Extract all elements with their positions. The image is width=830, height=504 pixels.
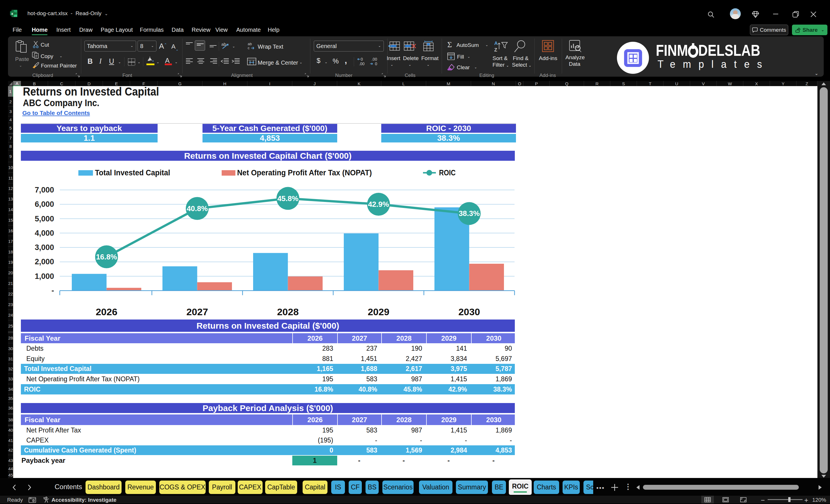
svg-text:5,000: 5,000 xyxy=(35,215,54,223)
svg-text:Z: Z xyxy=(494,47,497,53)
svg-text:Net Operating Profit After Tax: Net Operating Profit After Tax (NOPAT) xyxy=(237,168,372,177)
svg-text:A: A xyxy=(494,41,498,46)
svg-text:38.3%: 38.3% xyxy=(459,209,480,218)
svg-text:.00: .00 xyxy=(359,62,365,66)
svg-text:6,000: 6,000 xyxy=(35,200,54,209)
svg-text:0: 0 xyxy=(361,57,363,62)
svg-text:2026: 2026 xyxy=(96,306,118,317)
svg-text:1,000: 1,000 xyxy=(35,272,54,281)
svg-text:42.9%: 42.9% xyxy=(368,200,389,209)
svg-text:.00: .00 xyxy=(372,57,377,62)
svg-text:4,000: 4,000 xyxy=(35,229,54,238)
svg-text:ab: ab xyxy=(248,42,252,46)
svg-text:2027: 2027 xyxy=(187,306,208,317)
svg-text:3,000: 3,000 xyxy=(35,243,54,252)
svg-text:2029: 2029 xyxy=(368,306,389,317)
svg-text:x: x xyxy=(11,12,13,16)
svg-text:Total Invested Capital: Total Invested Capital xyxy=(95,168,170,177)
svg-text:16.8%: 16.8% xyxy=(96,253,117,261)
svg-text:45.8%: 45.8% xyxy=(278,194,298,203)
svg-text:2,000: 2,000 xyxy=(35,257,54,266)
svg-text:-: - xyxy=(52,286,54,295)
svg-text:c: c xyxy=(248,46,250,50)
svg-text:7,000: 7,000 xyxy=(35,186,54,194)
svg-text:2030: 2030 xyxy=(458,306,480,317)
svg-text:0: 0 xyxy=(375,62,377,66)
svg-text:ROIC: ROIC xyxy=(439,168,456,177)
svg-text:2028: 2028 xyxy=(277,306,299,317)
svg-text:40.8%: 40.8% xyxy=(187,204,208,213)
